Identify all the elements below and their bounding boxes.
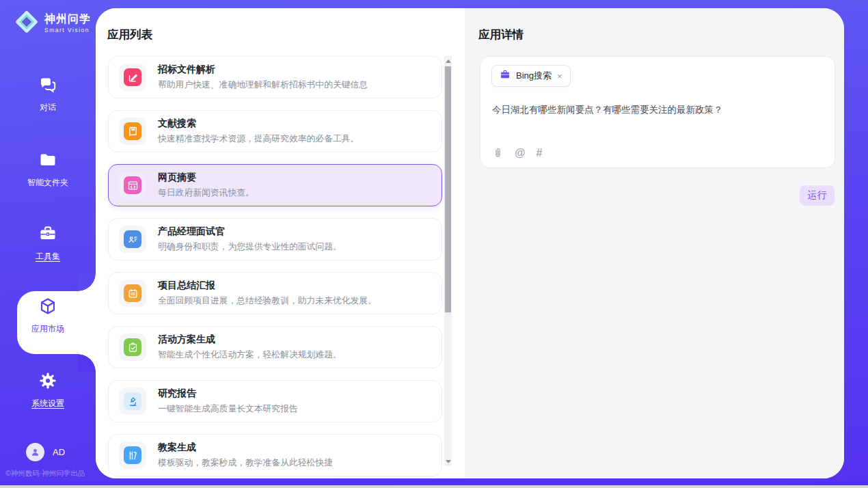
app-icon-tile — [119, 334, 146, 361]
app-list-scrollbar[interactable] — [444, 56, 452, 466]
at-icon[interactable]: @ — [515, 148, 526, 159]
app-list-panel: 应用列表 招标文件解析 帮助用户快速、准确地理解和解析招标书中的关键信息 文献搜… — [96, 8, 465, 478]
sidebar-item-chat[interactable]: 对话 — [0, 75, 96, 113]
paperclip-icon[interactable] — [492, 147, 504, 159]
interviewer-icon — [124, 230, 141, 248]
app-card-title: 招标文件解析 — [158, 64, 368, 76]
app-detail-title: 应用详情 — [478, 27, 524, 42]
app-icon-tile — [119, 388, 146, 415]
app-card[interactable]: 文献搜索 快速精准查找学术资源，提高研究效率的必备工具。 — [108, 110, 442, 152]
sidebar-item-label: 智能文件夹 — [27, 177, 68, 189]
app-list-title: 应用列表 — [107, 27, 152, 42]
copyright-footer: ©神州数码·神州问学出品 — [5, 469, 85, 478]
app-icon-tile — [119, 172, 146, 199]
chat-icon — [38, 75, 57, 97]
triangle-up-icon — [446, 59, 451, 63]
briefcase-icon — [500, 69, 511, 83]
scroll-up-button[interactable] — [444, 56, 452, 66]
run-button[interactable]: 运行 — [800, 185, 835, 206]
logo-title: 神州问学 — [44, 14, 91, 25]
scrollbar-thumb[interactable] — [445, 66, 451, 312]
sidebar-item-label: 系统设置 — [31, 398, 64, 409]
app-card-title: 教案生成 — [158, 442, 333, 454]
app-card[interactable]: 项目总结汇报 全面回顾项目进展，总结经验教训，助力未来优化发展。 — [108, 272, 442, 314]
app-card-description: 每日政府新闻资讯快查。 — [158, 187, 254, 199]
app-logo: 神州问学 Smart Vision — [14, 9, 91, 38]
app-card-title: 产品经理面试官 — [158, 226, 342, 238]
app-card-title: 研究报告 — [158, 388, 298, 400]
app-icon-tile — [119, 442, 146, 469]
microscope-icon — [124, 392, 141, 410]
query-text[interactable]: 今日湖北有哪些新闻要点？有哪些需要关注的最新政策？ — [492, 104, 824, 116]
app-icon-tile — [119, 226, 146, 253]
app-card[interactable]: 教案生成 模板驱动，教案秒成，教学准备从此轻松快捷 — [108, 434, 442, 476]
gear-icon — [38, 371, 57, 393]
user-account[interactable]: AD — [26, 443, 65, 461]
sidebar-item-label: 对话 — [40, 102, 56, 113]
app-card[interactable]: 网页摘要 每日政府新闻资讯快查。 — [108, 164, 442, 206]
browser-code-icon — [124, 176, 141, 194]
sidebar-item-settings[interactable]: 系统设置 — [0, 371, 96, 409]
app-card-title: 网页摘要 — [158, 172, 254, 184]
toolbox-icon — [38, 224, 57, 246]
tool-tag-label: Bing搜索 — [516, 70, 552, 82]
scroll-down-button[interactable] — [444, 457, 452, 466]
app-card-description: 明确身份和职责，为您提供专业性的面试问题。 — [158, 241, 342, 253]
tag-close-icon[interactable]: × — [557, 72, 562, 81]
app-icon-tile — [119, 118, 146, 145]
triangle-down-icon — [446, 460, 451, 463]
app-card-title: 活动方案生成 — [158, 334, 342, 346]
app-detail-panel: 应用详情 Bing搜索 × 今日湖北有哪些新闻要点？有哪些需要关注的最新政策？ — [465, 8, 844, 478]
window-bottom-edge — [0, 485, 868, 488]
sidebar-item-label: 应用市场 — [31, 323, 64, 335]
content-panel: 应用列表 招标文件解析 帮助用户快速、准确地理解和解析招标书中的关键信息 文献搜… — [96, 8, 844, 478]
sidebar-item-smart-folder[interactable]: 智能文件夹 — [0, 150, 96, 189]
app-card[interactable]: 活动方案生成 智能生成个性化活动方案，轻松解决规划难题。 — [108, 326, 442, 368]
book-icon — [124, 122, 141, 140]
logo-diamond-icon — [14, 9, 40, 38]
app-card-description: 智能生成个性化活动方案，轻松解决规划难题。 — [158, 349, 342, 361]
hash-icon[interactable]: # — [537, 148, 543, 159]
books-icon — [124, 446, 141, 464]
cube-icon — [38, 297, 57, 318]
sidebar: 神州问学 Smart Vision 对话 智能文件夹 — [0, 0, 96, 488]
app-icon-tile — [119, 64, 146, 91]
app-card[interactable]: 研究报告 一键智能生成高质量长文本研究报告 — [108, 380, 442, 422]
app-card[interactable]: 招标文件解析 帮助用户快速、准确地理解和解析招标书中的关键信息 — [108, 56, 442, 98]
sidebar-item-app-market[interactable]: 应用市场 — [0, 297, 96, 335]
tool-tag-bing-search[interactable]: Bing搜索 × — [491, 65, 571, 87]
prompt-card: Bing搜索 × 今日湖北有哪些新闻要点？有哪些需要关注的最新政策？ @ # — [480, 56, 835, 168]
notepad-icon — [124, 284, 141, 302]
app-card[interactable]: 产品经理面试官 明确身份和职责，为您提供专业性的面试问题。 — [108, 218, 442, 260]
logo-subtitle: Smart Vision — [44, 27, 91, 33]
app-card-list: 招标文件解析 帮助用户快速、准确地理解和解析招标书中的关键信息 文献搜索 快速精… — [108, 56, 442, 478]
app-card-title: 项目总结汇报 — [158, 280, 377, 292]
sidebar-item-label: 工具集 — [36, 251, 60, 262]
app-card-title: 文献搜索 — [158, 118, 359, 130]
app-card-description: 全面回顾项目进展，总结经验教训，助力未来优化发展。 — [158, 295, 377, 307]
avatar — [26, 443, 44, 461]
app-card-description: 快速精准查找学术资源，提高研究效率的必备工具。 — [158, 133, 359, 145]
app-icon-tile — [119, 280, 146, 307]
clipboard-check-icon — [124, 338, 141, 356]
user-name: AD — [53, 447, 65, 457]
compose-toolbar: @ # — [492, 147, 543, 159]
folder-icon — [38, 150, 57, 172]
app-card-description: 模板驱动，教案秒成，教学准备从此轻松快捷 — [158, 457, 333, 469]
app-card-description: 帮助用户快速、准确地理解和解析招标书中的关键信息 — [158, 79, 368, 91]
pen-square-icon — [124, 68, 141, 86]
app-card-description: 一键智能生成高质量长文本研究报告 — [158, 403, 298, 415]
sidebar-item-toolset[interactable]: 工具集 — [0, 224, 96, 262]
